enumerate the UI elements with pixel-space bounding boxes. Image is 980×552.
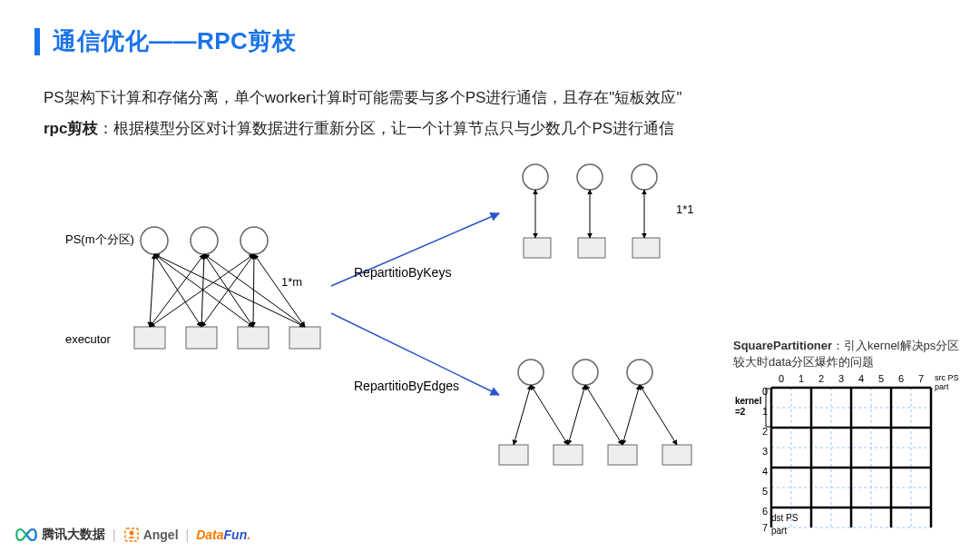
tencent-bigdata-text: 腾讯大数据	[42, 527, 105, 543]
by-edges-diagram	[499, 360, 691, 465]
svg-point-23	[632, 164, 657, 190]
svg-line-38	[531, 385, 568, 445]
svg-line-17	[253, 254, 254, 327]
angel-text: Angel	[143, 527, 179, 542]
svg-point-32	[627, 360, 652, 385]
desc-bold: rpc剪枝	[44, 120, 98, 137]
diagram-area: PS(m个分区) executor 1*m RepartitioByKeys R…	[45, 150, 789, 513]
svg-rect-24	[524, 238, 551, 258]
angel-icon	[123, 527, 140, 543]
svg-text:6: 6	[898, 373, 904, 384]
by-edges-label: RepartitioByEdges	[354, 379, 459, 393]
svg-text:=2: =2	[735, 407, 746, 417]
svg-text:src PS: src PS	[935, 373, 959, 382]
svg-line-39	[568, 385, 585, 445]
svg-line-41	[622, 385, 640, 445]
svg-text:1: 1	[799, 373, 804, 384]
svg-text:6: 6	[762, 506, 768, 517]
svg-rect-26	[632, 238, 660, 258]
svg-point-21	[523, 164, 548, 190]
svg-text:2: 2	[762, 426, 768, 437]
svg-text:5: 5	[878, 373, 884, 384]
svg-line-40	[585, 385, 622, 445]
svg-text:3: 3	[762, 446, 768, 457]
description-line-2: rpc剪枝：根据模型分区对计算数据进行重新分区，让一个计算节点只与少数几个PS进…	[44, 115, 674, 143]
left-diagram: PS(m个分区) executor 1*m	[65, 227, 320, 349]
svg-rect-4	[186, 327, 217, 349]
svg-text:0: 0	[779, 373, 784, 384]
square-partitioner-card: SquarePartitioner：引入kernel解决ps分区较大时data分…	[733, 338, 967, 533]
svg-line-37	[514, 385, 531, 445]
svg-text:kernel: kernel	[735, 396, 762, 406]
svg-text:4: 4	[858, 373, 864, 384]
svg-text:4: 4	[762, 466, 768, 477]
ps-label: PS(m个分区)	[65, 232, 134, 246]
svg-rect-25	[578, 238, 605, 258]
infinity-icon	[15, 527, 38, 543]
dst-ps-label: dst PSpart	[771, 512, 798, 537]
svg-text:7: 7	[762, 522, 768, 533]
svg-point-93	[129, 531, 133, 536]
branch-arrows	[331, 213, 499, 395]
square-partitioner-grid: 01 23 45 67 01 23 45 67 src PS part kern…	[733, 371, 967, 533]
slide-title: 通信优化——RPC剪枝	[34, 25, 296, 57]
svg-text:part: part	[935, 382, 949, 391]
svg-rect-33	[499, 445, 528, 465]
svg-rect-34	[554, 445, 583, 465]
angel-logo: Angel	[123, 527, 179, 543]
svg-point-0	[141, 227, 168, 254]
svg-point-1	[191, 227, 218, 254]
svg-line-7	[150, 254, 154, 327]
datafun-logo: DataFun.	[196, 527, 250, 542]
square-partitioner-title: SquarePartitioner：引入kernel解决ps分区较大时data分…	[733, 338, 967, 370]
svg-text:5: 5	[762, 486, 768, 497]
desc-rest: ：根据模型分区对计算数据进行重新分区，让一个计算节点只与少数几个PS进行通信	[98, 120, 674, 137]
svg-line-14	[204, 254, 305, 327]
title-accent-bar	[34, 28, 40, 55]
svg-rect-5	[238, 327, 269, 349]
svg-rect-6	[289, 327, 320, 349]
svg-text:2: 2	[818, 373, 824, 384]
datafun-fun: Fun	[224, 527, 248, 542]
by-keys-diagram: 1*1	[523, 164, 694, 258]
datafun-data: Data	[196, 527, 223, 542]
svg-text:0: 0	[762, 386, 768, 397]
tencent-bigdata-logo: 腾讯大数据	[15, 527, 105, 543]
executor-label: executor	[65, 332, 112, 346]
svg-text:1: 1	[762, 406, 768, 417]
svg-rect-35	[608, 445, 637, 465]
one-by-one-label: 1*1	[676, 202, 694, 216]
svg-line-42	[640, 385, 677, 445]
svg-point-30	[518, 360, 544, 385]
svg-point-31	[573, 360, 598, 385]
by-keys-label: RepartitioByKeys	[354, 265, 451, 280]
svg-rect-3	[134, 327, 165, 349]
svg-text:3: 3	[838, 373, 844, 384]
svg-point-2	[240, 227, 268, 254]
sp-title-bold: SquarePartitioner	[733, 339, 832, 352]
svg-text:7: 7	[918, 373, 924, 384]
one-by-m-label: 1*m	[281, 275, 302, 289]
title-text: 通信优化——RPC剪枝	[53, 25, 296, 57]
footer-logos: 腾讯大数据 | Angel | DataFun.	[15, 527, 250, 543]
svg-line-18	[254, 254, 305, 327]
svg-point-22	[577, 164, 603, 190]
description-line-1: PS架构下计算和存储分离，单个worker计算时可能需要与多个PS进行通信，且存…	[44, 84, 681, 113]
svg-rect-36	[662, 445, 691, 465]
